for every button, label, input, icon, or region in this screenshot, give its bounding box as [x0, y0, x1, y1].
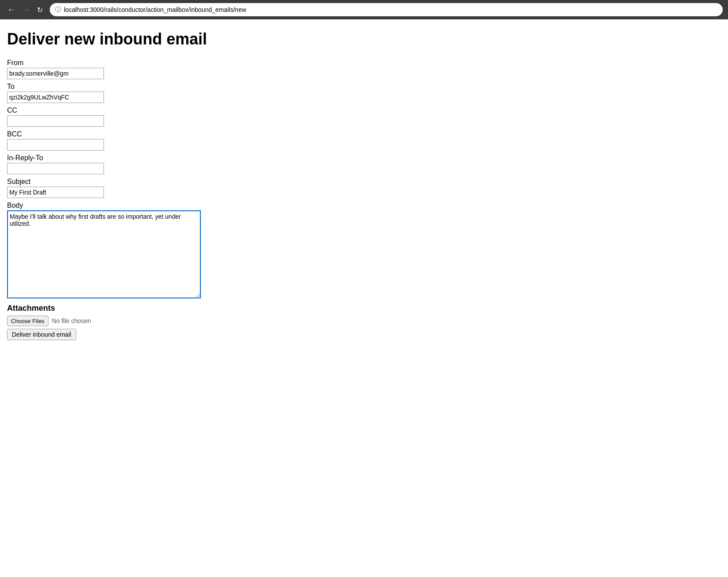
no-file-label: No file chosen [52, 317, 91, 324]
body-label: Body [7, 202, 389, 209]
security-icon: ⓘ [55, 6, 61, 14]
body-textarea[interactable]: Maybe I'll talk about why first drafts a… [7, 210, 201, 298]
bcc-label: BCC [7, 130, 389, 138]
attachments-section: Attachments Choose Files No file chosen … [7, 304, 389, 340]
cc-label: CC [7, 107, 389, 114]
in-reply-to-group: In-Reply-To [7, 154, 389, 174]
cc-input[interactable] [7, 115, 104, 127]
subject-input[interactable] [7, 187, 104, 198]
refresh-button[interactable]: ↻ [35, 6, 44, 14]
forward-button[interactable]: → [20, 5, 32, 15]
file-input-row: Choose Files No file chosen [7, 316, 389, 326]
browser-chrome: ← → ↻ ⓘ localhost:3000/rails/conductor/a… [0, 0, 728, 19]
address-bar-url: localhost:3000/rails/conductor/action_ma… [64, 6, 246, 13]
to-group: To [7, 83, 389, 103]
bcc-input[interactable] [7, 139, 104, 151]
body-group: Body Maybe I'll talk about why first dra… [7, 202, 389, 298]
from-group: From [7, 59, 389, 79]
address-bar[interactable]: ⓘ localhost:3000/rails/conductor/action_… [50, 3, 723, 16]
back-button[interactable]: ← [5, 5, 17, 15]
in-reply-to-label: In-Reply-To [7, 154, 389, 162]
to-input[interactable] [7, 92, 104, 103]
page-content: Deliver new inbound email From To CC BCC… [0, 19, 396, 351]
submit-button[interactable]: Deliver inbound email [7, 329, 76, 340]
to-label: To [7, 83, 389, 91]
bcc-group: BCC [7, 130, 389, 151]
subject-label: Subject [7, 178, 389, 186]
browser-nav-buttons: ← → ↻ [5, 5, 44, 15]
subject-group: Subject [7, 178, 389, 198]
choose-files-button[interactable]: Choose Files [7, 316, 48, 326]
from-input[interactable] [7, 68, 104, 79]
cc-group: CC [7, 107, 389, 127]
page-title: Deliver new inbound email [7, 30, 389, 48]
in-reply-to-input[interactable] [7, 163, 104, 174]
from-label: From [7, 59, 389, 67]
attachments-label: Attachments [7, 304, 389, 313]
